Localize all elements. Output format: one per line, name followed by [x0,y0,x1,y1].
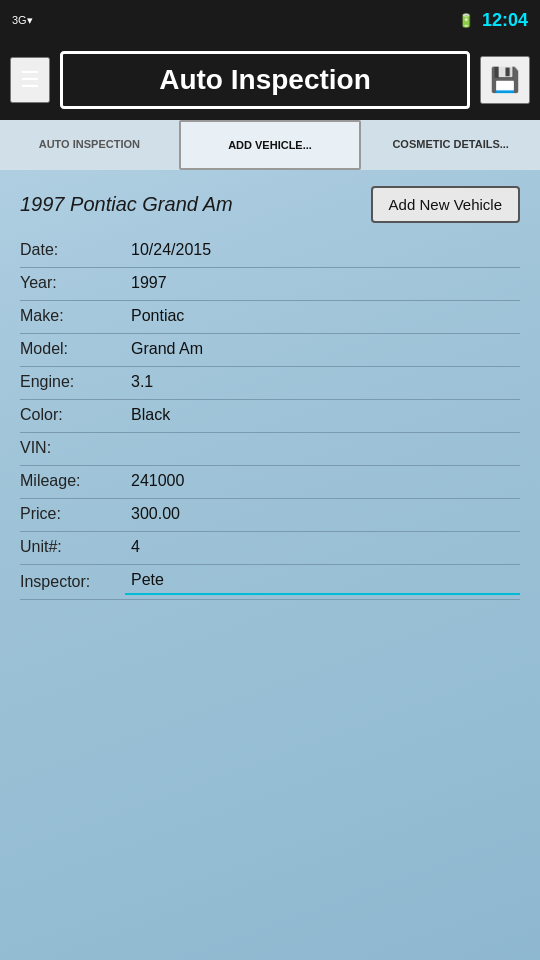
app-title-box: Auto Inspection [60,51,470,109]
field-row-date: Date:10/24/2015 [20,241,520,268]
field-label-inspector: Inspector: [20,573,125,595]
field-value-price[interactable]: 300.00 [125,505,520,527]
content-area: 1997 Pontiac Grand Am Add New Vehicle Da… [0,170,540,622]
field-value-inspector[interactable]: Pete [125,571,520,595]
tab-auto-inspection-label: AUTO INSPECTION [39,138,140,150]
field-row-unit: Unit#:4 [20,538,520,565]
field-row-make: Make:Pontiac [20,307,520,334]
field-row-price: Price:300.00 [20,505,520,532]
fields-container: Date:10/24/2015Year:1997Make:PontiacMode… [20,241,520,600]
app-title: Auto Inspection [159,64,371,96]
signal-icon: 3G▾ [12,14,33,27]
field-row-mileage: Mileage:241000 [20,472,520,499]
field-value-engine[interactable]: 3.1 [125,373,520,395]
tab-add-vehicle-label: ADD VEHICLE... [228,139,312,151]
field-label-mileage: Mileage: [20,472,125,494]
status-left: 3G▾ [12,14,450,27]
app-bar: ☰ Auto Inspection 💾 [0,40,540,120]
field-row-color: Color:Black [20,406,520,433]
field-label-price: Price: [20,505,125,527]
field-value-mileage[interactable]: 241000 [125,472,520,494]
vehicle-header: 1997 Pontiac Grand Am Add New Vehicle [20,186,520,223]
field-row-inspector: Inspector:Pete [20,571,520,600]
field-value-make[interactable]: Pontiac [125,307,520,329]
tab-cosmetic-details[interactable]: COSMETIC DETAILS... [361,120,540,170]
tab-bar: AUTO INSPECTION ADD VEHICLE... COSMETIC … [0,120,540,170]
field-row-model: Model:Grand Am [20,340,520,367]
tab-add-vehicle[interactable]: ADD VEHICLE... [179,120,362,170]
vehicle-title: 1997 Pontiac Grand Am [20,193,233,216]
save-button[interactable]: 💾 [480,56,530,104]
field-value-date[interactable]: 10/24/2015 [125,241,520,263]
field-label-model: Model: [20,340,125,362]
status-bar: 3G▾ 🔋 12:04 [0,0,540,40]
hamburger-button[interactable]: ☰ [10,57,50,103]
field-label-make: Make: [20,307,125,329]
field-label-year: Year: [20,274,125,296]
field-label-color: Color: [20,406,125,428]
battery-icon: 🔋 [458,13,474,28]
field-value-color[interactable]: Black [125,406,520,428]
field-label-unit: Unit#: [20,538,125,560]
tab-cosmetic-details-label: COSMETIC DETAILS... [392,138,509,150]
add-new-vehicle-button[interactable]: Add New Vehicle [371,186,520,223]
field-row-engine: Engine:3.1 [20,373,520,400]
field-label-vin: VIN: [20,439,125,461]
field-value-vin[interactable] [125,457,520,461]
field-value-model[interactable]: Grand Am [125,340,520,362]
tab-auto-inspection[interactable]: AUTO INSPECTION [0,120,179,170]
field-row-year: Year:1997 [20,274,520,301]
field-value-year[interactable]: 1997 [125,274,520,296]
field-value-unit[interactable]: 4 [125,538,520,560]
status-time: 12:04 [482,10,528,31]
field-label-engine: Engine: [20,373,125,395]
field-row-vin: VIN: [20,439,520,466]
field-label-date: Date: [20,241,125,263]
